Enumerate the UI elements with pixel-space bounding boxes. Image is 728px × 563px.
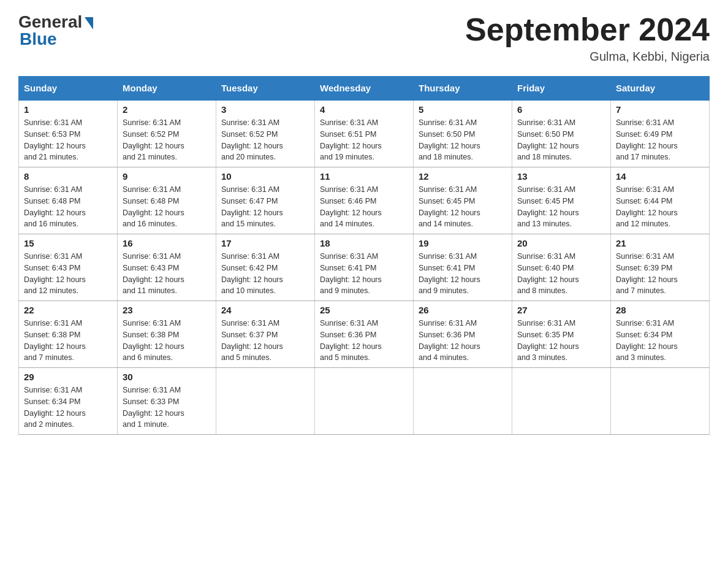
- day-number: 15: [24, 238, 112, 248]
- calendar-cell: 20Sunrise: 6:31 AMSunset: 6:40 PMDayligh…: [512, 234, 611, 301]
- location-subtitle: Gulma, Kebbi, Nigeria: [465, 50, 710, 64]
- logo-blue-text: Blue: [18, 29, 57, 49]
- calendar-cell: 7Sunrise: 6:31 AMSunset: 6:49 PMDaylight…: [611, 100, 710, 167]
- month-title: September 2024: [465, 12, 710, 47]
- calendar-cell: 5Sunrise: 6:31 AMSunset: 6:50 PMDaylight…: [414, 100, 512, 167]
- day-number: 1: [24, 104, 112, 115]
- calendar-cell: [414, 368, 512, 435]
- day-info: Sunrise: 6:31 AMSunset: 6:44 PMDaylight:…: [616, 184, 704, 230]
- weekday-header-sunday: Sunday: [19, 77, 118, 101]
- day-info: Sunrise: 6:31 AMSunset: 6:42 PMDaylight:…: [221, 251, 309, 297]
- day-info: Sunrise: 6:31 AMSunset: 6:34 PMDaylight:…: [616, 318, 704, 364]
- calendar-cell: 16Sunrise: 6:31 AMSunset: 6:43 PMDayligh…: [118, 234, 216, 301]
- day-info: Sunrise: 6:31 AMSunset: 6:43 PMDaylight:…: [24, 251, 112, 297]
- calendar-cell: 10Sunrise: 6:31 AMSunset: 6:47 PMDayligh…: [216, 167, 315, 234]
- calendar-table: SundayMondayTuesdayWednesdayThursdayFrid…: [18, 76, 710, 435]
- calendar-cell: 28Sunrise: 6:31 AMSunset: 6:34 PMDayligh…: [611, 301, 710, 368]
- day-info: Sunrise: 6:31 AMSunset: 6:51 PMDaylight:…: [320, 117, 408, 163]
- day-number: 30: [123, 372, 211, 382]
- calendar-cell: 12Sunrise: 6:31 AMSunset: 6:45 PMDayligh…: [414, 167, 512, 234]
- calendar-cell: [216, 368, 315, 435]
- calendar-cell: [611, 368, 710, 435]
- day-number: 22: [24, 305, 112, 315]
- day-number: 2: [123, 104, 211, 115]
- calendar-cell: [315, 368, 414, 435]
- calendar-cell: 22Sunrise: 6:31 AMSunset: 6:38 PMDayligh…: [19, 301, 118, 368]
- calendar-cell: 27Sunrise: 6:31 AMSunset: 6:35 PMDayligh…: [512, 301, 611, 368]
- day-info: Sunrise: 6:31 AMSunset: 6:38 PMDaylight:…: [24, 318, 112, 364]
- day-info: Sunrise: 6:31 AMSunset: 6:40 PMDaylight:…: [517, 251, 605, 297]
- day-number: 14: [616, 171, 704, 182]
- day-info: Sunrise: 6:31 AMSunset: 6:48 PMDaylight:…: [24, 184, 112, 230]
- day-info: Sunrise: 6:31 AMSunset: 6:50 PMDaylight:…: [419, 117, 507, 163]
- day-number: 9: [123, 171, 211, 182]
- day-number: 5: [419, 104, 507, 115]
- weekday-header-monday: Monday: [118, 77, 216, 101]
- day-number: 3: [221, 104, 309, 115]
- day-info: Sunrise: 6:31 AMSunset: 6:38 PMDaylight:…: [123, 318, 211, 364]
- weekday-header-friday: Friday: [512, 77, 611, 101]
- day-info: Sunrise: 6:31 AMSunset: 6:36 PMDaylight:…: [419, 318, 507, 364]
- day-number: 28: [616, 305, 704, 315]
- weekday-header-row: SundayMondayTuesdayWednesdayThursdayFrid…: [19, 77, 710, 101]
- calendar-cell: 30Sunrise: 6:31 AMSunset: 6:33 PMDayligh…: [118, 368, 216, 435]
- calendar-cell: 26Sunrise: 6:31 AMSunset: 6:36 PMDayligh…: [414, 301, 512, 368]
- day-number: 12: [419, 171, 507, 182]
- calendar-cell: 1Sunrise: 6:31 AMSunset: 6:53 PMDaylight…: [19, 100, 118, 167]
- day-number: 18: [320, 238, 408, 248]
- day-number: 11: [320, 171, 408, 182]
- day-info: Sunrise: 6:31 AMSunset: 6:43 PMDaylight:…: [123, 251, 211, 297]
- day-number: 6: [517, 104, 605, 115]
- calendar-cell: 9Sunrise: 6:31 AMSunset: 6:48 PMDaylight…: [118, 167, 216, 234]
- day-number: 27: [517, 305, 605, 315]
- calendar-cell: 14Sunrise: 6:31 AMSunset: 6:44 PMDayligh…: [611, 167, 710, 234]
- day-info: Sunrise: 6:31 AMSunset: 6:46 PMDaylight:…: [320, 184, 408, 230]
- calendar-cell: 4Sunrise: 6:31 AMSunset: 6:51 PMDaylight…: [315, 100, 414, 167]
- day-info: Sunrise: 6:31 AMSunset: 6:47 PMDaylight:…: [221, 184, 309, 230]
- weekday-header-wednesday: Wednesday: [315, 77, 414, 101]
- day-info: Sunrise: 6:31 AMSunset: 6:34 PMDaylight:…: [24, 385, 112, 431]
- day-number: 23: [123, 305, 211, 315]
- day-info: Sunrise: 6:31 AMSunset: 6:41 PMDaylight:…: [419, 251, 507, 297]
- calendar-week-row: 29Sunrise: 6:31 AMSunset: 6:34 PMDayligh…: [19, 368, 710, 435]
- day-number: 29: [24, 372, 112, 382]
- day-info: Sunrise: 6:31 AMSunset: 6:35 PMDaylight:…: [517, 318, 605, 364]
- calendar-cell: 13Sunrise: 6:31 AMSunset: 6:45 PMDayligh…: [512, 167, 611, 234]
- calendar-week-row: 8Sunrise: 6:31 AMSunset: 6:48 PMDaylight…: [19, 167, 710, 234]
- day-info: Sunrise: 6:31 AMSunset: 6:45 PMDaylight:…: [517, 184, 605, 230]
- calendar-cell: 24Sunrise: 6:31 AMSunset: 6:37 PMDayligh…: [216, 301, 315, 368]
- day-number: 21: [616, 238, 704, 248]
- day-info: Sunrise: 6:31 AMSunset: 6:52 PMDaylight:…: [221, 117, 309, 163]
- day-number: 25: [320, 305, 408, 315]
- logo: General Blue: [18, 12, 93, 49]
- calendar-cell: 18Sunrise: 6:31 AMSunset: 6:41 PMDayligh…: [315, 234, 414, 301]
- calendar-cell: 17Sunrise: 6:31 AMSunset: 6:42 PMDayligh…: [216, 234, 315, 301]
- page-header: General Blue September 2024 Gulma, Kebbi…: [18, 12, 710, 64]
- calendar-cell: 19Sunrise: 6:31 AMSunset: 6:41 PMDayligh…: [414, 234, 512, 301]
- calendar-cell: 29Sunrise: 6:31 AMSunset: 6:34 PMDayligh…: [19, 368, 118, 435]
- day-info: Sunrise: 6:31 AMSunset: 6:39 PMDaylight:…: [616, 251, 704, 297]
- day-number: 13: [517, 171, 605, 182]
- calendar-week-row: 22Sunrise: 6:31 AMSunset: 6:38 PMDayligh…: [19, 301, 710, 368]
- calendar-cell: 6Sunrise: 6:31 AMSunset: 6:50 PMDaylight…: [512, 100, 611, 167]
- day-info: Sunrise: 6:31 AMSunset: 6:52 PMDaylight:…: [123, 117, 211, 163]
- calendar-cell: 3Sunrise: 6:31 AMSunset: 6:52 PMDaylight…: [216, 100, 315, 167]
- calendar-cell: 25Sunrise: 6:31 AMSunset: 6:36 PMDayligh…: [315, 301, 414, 368]
- day-number: 17: [221, 238, 309, 248]
- day-info: Sunrise: 6:31 AMSunset: 6:37 PMDaylight:…: [221, 318, 309, 364]
- calendar-cell: 21Sunrise: 6:31 AMSunset: 6:39 PMDayligh…: [611, 234, 710, 301]
- day-number: 4: [320, 104, 408, 115]
- day-info: Sunrise: 6:31 AMSunset: 6:33 PMDaylight:…: [123, 385, 211, 431]
- logo-arrow-icon: [85, 17, 93, 29]
- day-info: Sunrise: 6:31 AMSunset: 6:49 PMDaylight:…: [616, 117, 704, 163]
- day-info: Sunrise: 6:31 AMSunset: 6:50 PMDaylight:…: [517, 117, 605, 163]
- day-info: Sunrise: 6:31 AMSunset: 6:53 PMDaylight:…: [24, 117, 112, 163]
- calendar-cell: 8Sunrise: 6:31 AMSunset: 6:48 PMDaylight…: [19, 167, 118, 234]
- title-section: September 2024 Gulma, Kebbi, Nigeria: [465, 12, 710, 64]
- day-number: 19: [419, 238, 507, 248]
- calendar-cell: [512, 368, 611, 435]
- calendar-cell: 2Sunrise: 6:31 AMSunset: 6:52 PMDaylight…: [118, 100, 216, 167]
- day-number: 10: [221, 171, 309, 182]
- calendar-week-row: 15Sunrise: 6:31 AMSunset: 6:43 PMDayligh…: [19, 234, 710, 301]
- day-number: 26: [419, 305, 507, 315]
